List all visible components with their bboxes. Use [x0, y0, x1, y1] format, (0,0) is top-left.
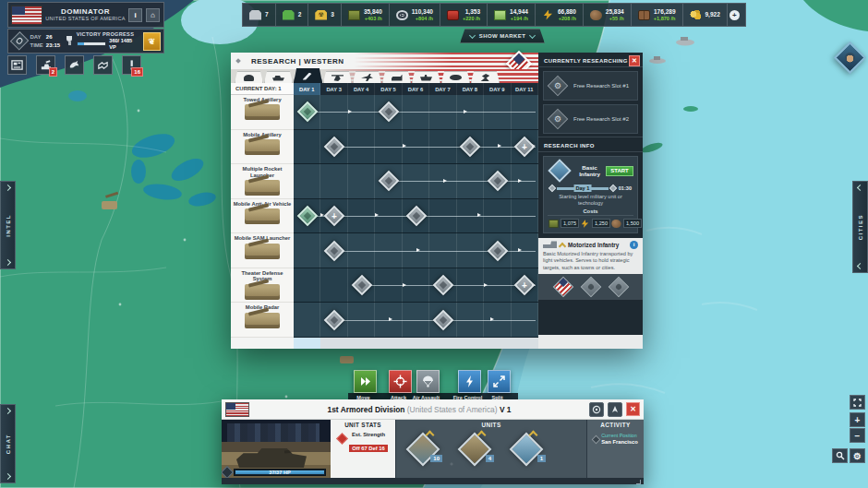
research-node-available[interactable] [324, 137, 345, 158]
research-tab-armor[interactable] [264, 71, 293, 83]
cities-tab[interactable]: CITIES [852, 181, 868, 273]
research-tab-support[interactable] [471, 71, 500, 83]
resource-gold[interactable]: 9,922 [683, 4, 728, 26]
info-icon[interactable]: i [630, 241, 638, 249]
day-label: DAY [30, 33, 42, 42]
resource-barrels[interactable]: 176,289+1,870 /h [632, 4, 683, 26]
research-node-available[interactable] [460, 137, 481, 158]
research-tab-ship[interactable] [412, 71, 440, 83]
laurel-rank-button[interactable]: ❦ [143, 32, 161, 51]
research-tree-row [294, 303, 538, 338]
research-tab-helicopter[interactable] [323, 71, 352, 83]
resource-rare[interactable]: 25,834+55 /h [584, 4, 632, 26]
resource-nuclear[interactable]: ☢3 [308, 4, 342, 26]
research-unit-entry[interactable]: Mobile Radar [231, 303, 294, 338]
resource-manpower-grey[interactable]: 7 [243, 4, 276, 26]
research-slot-2[interactable]: Free Research Slot #2 [543, 104, 638, 134]
activity-header: ACTIVITY [587, 422, 644, 428]
day-column-header: DAY 6 [403, 83, 429, 95]
research-node-researched[interactable] [296, 206, 318, 227]
resource-electronics[interactable]: 66,880+208 /h [536, 4, 584, 26]
doctrine-western-icon[interactable] [552, 276, 573, 297]
doctrine-european-icon[interactable] [608, 276, 629, 297]
resource-money[interactable]: 14,944+194 /h [488, 4, 536, 26]
research-tab-aircraft[interactable] [353, 71, 381, 83]
cost-value: 1,075 [561, 219, 579, 228]
chat-tab-label: CHAT [6, 434, 11, 454]
newspaper-button[interactable] [7, 55, 27, 75]
research-node-available[interactable] [324, 309, 345, 330]
fire-control-button[interactable]: Fire Control [458, 370, 481, 393]
start-research-button[interactable]: START [606, 166, 633, 176]
resource-fuel[interactable]: 1,353+220 /h [440, 4, 488, 26]
research-slot-1[interactable]: Free Research Slot #1 [543, 71, 638, 101]
resource-components[interactable]: 110,340+804 /h [390, 4, 440, 26]
research-unit-entry[interactable]: Mobile Anti-Air Vehicle [231, 199, 294, 234]
unit-stack-vehicle[interactable]: 4 [461, 435, 488, 463]
merge-units-button[interactable] [589, 402, 604, 417]
research-node-available[interactable] [379, 101, 400, 123]
airlift-button[interactable] [608, 402, 622, 417]
great-lake [131, 160, 146, 184]
cost-electronics: 1,250 [579, 219, 610, 229]
strength-icon [336, 433, 348, 445]
unit-stack-air[interactable]: 1 [512, 435, 540, 463]
research-node-upgrade[interactable]: + [514, 137, 536, 158]
research-node-available[interactable] [433, 275, 454, 296]
attack-button[interactable]: Attack [389, 370, 412, 393]
army-button[interactable]: 2 [36, 55, 55, 75]
home-button[interactable]: ⌂ [146, 8, 160, 22]
search-button[interactable] [832, 448, 848, 463]
research-unit-entry[interactable]: Multiple Rocket Launcher [231, 164, 294, 199]
research-node-available[interactable] [405, 206, 427, 227]
research-node-upgrade[interactable]: + [514, 275, 536, 296]
unit-stack-armor[interactable]: 10 [409, 435, 437, 463]
research-node-upgrade[interactable]: + [324, 206, 345, 227]
fullscreen-button[interactable] [850, 395, 865, 410]
research-unit-entry[interactable]: Towed Artillery [231, 95, 294, 130]
resource-value: 176,289 [654, 8, 676, 16]
research-node-researched[interactable] [296, 101, 318, 123]
research-tab-artillery[interactable] [294, 68, 322, 83]
day-column-header: DAY 8 [457, 83, 484, 95]
research-node-available[interactable] [488, 240, 509, 261]
research-unit-entry[interactable]: Mobile SAM Launcher [231, 233, 294, 268]
doctrine-eastern-icon[interactable] [580, 276, 601, 297]
next-research-card[interactable]: Motorized Infantry i Basic Motorized Inf… [538, 238, 643, 274]
map-unit-vehicle[interactable] [340, 356, 354, 363]
research-node-available[interactable] [351, 275, 372, 296]
close-icon[interactable]: ✕ [626, 402, 640, 416]
split-button[interactable]: Split [488, 370, 511, 393]
research-unit-image [245, 208, 280, 224]
move-button[interactable]: Move [354, 370, 377, 393]
air-assault-button[interactable]: Air Assault [416, 370, 440, 393]
research-node-available[interactable] [488, 171, 509, 192]
research-unit-entry[interactable]: Theater Defense System [231, 268, 294, 304]
show-market-button[interactable]: SHOW MARKET [460, 29, 545, 43]
tree-arrow-icon [443, 179, 447, 183]
research-tab-missile[interactable] [382, 71, 411, 83]
photo-buildings [227, 423, 319, 442]
research-tab-infantry[interactable] [235, 71, 263, 83]
alerts-button[interactable]: 16 [122, 55, 141, 75]
chat-tab[interactable]: CHAT [0, 404, 16, 483]
gold-add-button[interactable]: + [729, 10, 740, 20]
research-unit-image [245, 313, 280, 328]
research-node-available[interactable] [324, 240, 345, 261]
info-button[interactable]: i [128, 8, 142, 22]
research-unit-entry[interactable]: Mobile Artillery [231, 130, 294, 165]
player-country: UNITED STATES OF AMERICA [42, 16, 128, 21]
intel-tab[interactable]: INTEL [0, 181, 16, 269]
settings-gear-button[interactable]: ⚙ [850, 448, 865, 463]
research-node-available[interactable] [433, 309, 454, 330]
zoom-out-button[interactable]: − [850, 428, 865, 443]
trade-deal-button[interactable] [93, 55, 113, 75]
resource-manpower-green[interactable]: 2 [276, 4, 309, 26]
close-icon[interactable]: ✕ [629, 55, 640, 66]
zoom-in-button[interactable]: + [850, 412, 865, 427]
diplomacy-dove-button[interactable] [65, 55, 84, 75]
resource-supplies[interactable]: 35,840+403 /h [342, 4, 390, 26]
research-node-available[interactable] [379, 171, 400, 192]
research-tab-submarine[interactable] [441, 71, 470, 83]
tree-arrow-icon [518, 248, 522, 252]
